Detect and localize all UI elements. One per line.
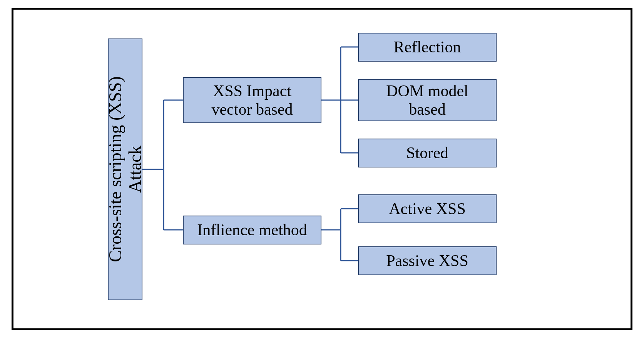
root-node: Cross-site scripting (XSS) Attack <box>108 38 142 300</box>
root-label-line1: Cross-site scripting (XSS) <box>105 77 125 263</box>
diagram-frame: Cross-site scripting (XSS) Attack XSS Im… <box>12 8 632 330</box>
leaf-label-line2: based <box>386 100 468 119</box>
leaf-label: Stored <box>406 144 448 162</box>
category-label: Inflience method <box>197 221 307 239</box>
root-label-line2: Attack <box>125 77 145 263</box>
leaf-label: Passive XSS <box>386 251 468 270</box>
leaf-label-line1: DOM model <box>386 82 468 100</box>
category-label-line1: XSS Impact <box>211 82 293 100</box>
leaf-dom-based: DOM model based <box>358 79 497 121</box>
leaf-passive-xss: Passive XSS <box>358 246 497 275</box>
leaf-reflection: Reflection <box>358 33 497 62</box>
category-label-line2: vector based <box>211 100 293 119</box>
leaf-active-xss: Active XSS <box>358 194 497 223</box>
leaf-label: Reflection <box>394 38 461 56</box>
category-influence-method: Inflience method <box>183 216 321 244</box>
category-impact-vector: XSS Impact vector based <box>183 77 321 123</box>
leaf-label: Active XSS <box>389 199 466 218</box>
root-label: Cross-site scripting (XSS) Attack <box>105 77 144 263</box>
leaf-stored: Stored <box>358 139 497 167</box>
